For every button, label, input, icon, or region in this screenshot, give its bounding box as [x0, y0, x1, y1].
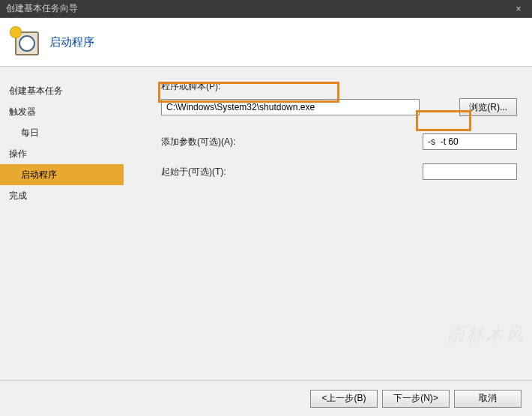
close-icon[interactable]: ×: [511, 4, 526, 14]
back-button[interactable]: <上一步(B): [310, 390, 378, 408]
program-script-label: 程序或脚本(P):: [161, 80, 526, 93]
wizard-footer: <上一步(B) 下一步(N)> 取消: [0, 380, 532, 416]
start-in-label: 起始于(可选)(T):: [161, 166, 416, 178]
wizard-content: 程序或脚本(P): 浏览(R)... 添加参数(可选)(A): 起始于(可选)(…: [124, 67, 532, 380]
browse-button[interactable]: 浏览(R)...: [459, 98, 517, 116]
wizard-header: 启动程序: [0, 18, 532, 67]
titlebar: 创建基本任务向导 ×: [0, 0, 532, 18]
next-button[interactable]: 下一步(N)>: [382, 390, 450, 408]
sidebar-item-finish[interactable]: 完成: [0, 185, 124, 206]
program-script-input[interactable]: [161, 99, 420, 115]
cancel-button[interactable]: 取消: [454, 390, 522, 408]
window-title: 创建基本任务向导: [6, 2, 511, 15]
wizard-steps-sidebar: 创建基本任务 触发器 每日 操作 启动程序 完成: [0, 67, 124, 380]
add-arguments-label: 添加参数(可选)(A):: [161, 136, 416, 148]
sidebar-item-start-program[interactable]: 启动程序: [0, 164, 124, 185]
sidebar-item-create-task[interactable]: 创建基本任务: [0, 80, 124, 101]
sidebar-item-daily[interactable]: 每日: [0, 122, 124, 143]
wizard-window: 创建基本任务向导 × 启动程序 创建基本任务 触发器 每日 操作 启动程序 完成…: [0, 0, 532, 416]
sidebar-item-action[interactable]: 操作: [0, 143, 124, 164]
sidebar-item-trigger[interactable]: 触发器: [0, 101, 124, 122]
task-scheduler-icon: [12, 28, 39, 55]
page-title: 启动程序: [49, 35, 94, 49]
wizard-body: 创建基本任务 触发器 每日 操作 启动程序 完成 程序或脚本(P): 浏览(R)…: [0, 67, 532, 380]
add-arguments-input[interactable]: [423, 133, 517, 150]
start-in-input[interactable]: [423, 163, 517, 180]
